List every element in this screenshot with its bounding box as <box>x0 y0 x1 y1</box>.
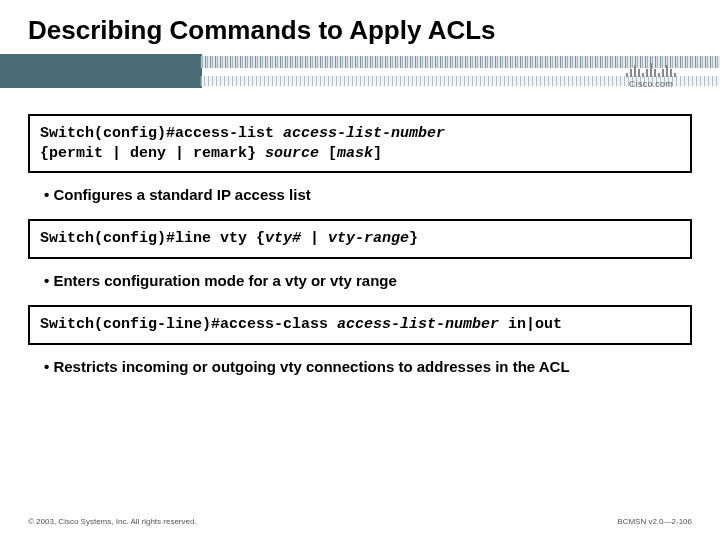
cmd2-italic2: vty-range <box>328 230 409 247</box>
command-box-1: Switch(config)#access-list access-list-n… <box>28 114 692 173</box>
cmd1-part2: {permit | deny | remark} <box>40 145 265 162</box>
cisco-logo: Cisco.com <box>610 62 692 90</box>
cmd1-part1: Switch(config)#access-list <box>40 125 283 142</box>
content-area: Switch(config)#access-list access-list-n… <box>0 88 720 391</box>
cmd1-italic3: mask <box>337 145 373 162</box>
page-title: Describing Commands to Apply ACLs <box>0 0 720 54</box>
bullet-3: Restricts incoming or outgoing vty conne… <box>28 355 692 391</box>
cmd1-part4: ] <box>373 145 382 162</box>
bullet-2: Enters configuration mode for a vty or v… <box>28 269 692 305</box>
cmd3-part2: in|out <box>499 316 562 333</box>
cmd3-italic1: access-list-number <box>337 316 499 333</box>
cmd2-italic1: vty# <box>265 230 301 247</box>
footer-copyright: © 2003, Cisco Systems, Inc. All rights r… <box>28 517 197 526</box>
cisco-bars-icon <box>610 62 692 77</box>
cmd3-part1: Switch(config-line)#access-class <box>40 316 337 333</box>
cmd2-part2: | <box>301 230 328 247</box>
cmd1-italic1: access-list-number <box>283 125 445 142</box>
cmd2-part3: } <box>409 230 418 247</box>
command-box-3: Switch(config-line)#access-class access-… <box>28 305 692 345</box>
logo-text: Cisco.com <box>610 79 692 89</box>
bullet-1: Configures a standard IP access list <box>28 183 692 219</box>
footer-code: BCMSN v2.0—2-106 <box>617 517 692 526</box>
cmd1-part3: [ <box>319 145 337 162</box>
cmd2-part1: Switch(config)#line vty { <box>40 230 265 247</box>
command-box-2: Switch(config)#line vty {vty# | vty-rang… <box>28 219 692 259</box>
cmd1-italic2: source <box>265 145 319 162</box>
